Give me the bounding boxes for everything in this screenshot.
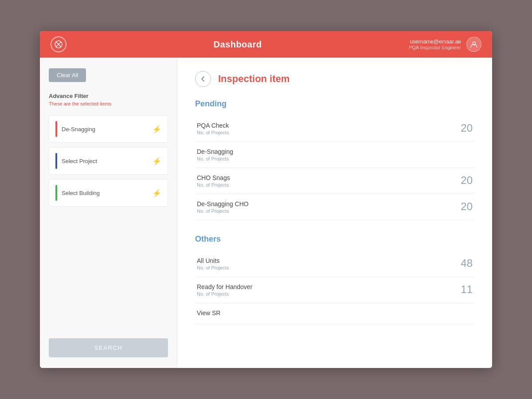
- sidebar: Clear All Advance Filter These are the s…: [40, 58, 177, 368]
- page-title: Inspection item: [218, 73, 289, 85]
- item-sub-de-snagging-cho: No. of Projects: [197, 208, 412, 214]
- content-header: Inspection item: [195, 71, 474, 87]
- item-count-de-snagging-cho: 20: [414, 194, 474, 220]
- filter-accent-select-project: [55, 153, 57, 169]
- filter-label-select-building: Select Building: [62, 190, 100, 196]
- table-row[interactable]: All Units No. of Projects 48: [195, 251, 474, 277]
- user-role: PQA Inspector Engineer: [409, 45, 461, 50]
- item-name-ready-handover: Ready for Handover: [197, 283, 415, 290]
- table-row[interactable]: PQA Check No. of Projects 20: [195, 116, 474, 142]
- item-count-all-units: 48: [417, 251, 474, 277]
- search-button[interactable]: SEARCH: [49, 338, 168, 357]
- content-area: Inspection item Pending PQA Check No. of…: [177, 58, 492, 368]
- table-row[interactable]: View SR: [195, 303, 474, 324]
- filter-accent-de-snagging: [55, 121, 57, 137]
- item-name-de-snagging: De-Snagging: [197, 148, 412, 155]
- section-title-others: Others: [195, 235, 474, 244]
- advance-filter-label: Advance Filter: [49, 93, 168, 99]
- item-name-de-snagging-cho: De-Snagging CHO: [197, 200, 412, 207]
- item-name-pqa-check: PQA Check: [197, 122, 412, 129]
- filter-label-select-project: Select Project: [62, 158, 97, 164]
- user-info: username@emaar.ae PQA Inspector Engineer: [409, 39, 461, 50]
- pending-table: PQA Check No. of Projects 20 De-Snagging…: [195, 116, 474, 220]
- item-sub-pqa-check: No. of Projects: [197, 130, 412, 135]
- table-row[interactable]: De-Snagging No. of Projects: [195, 142, 474, 168]
- filter-item-select-building[interactable]: Select Building ⚡: [49, 179, 168, 207]
- main-layout: Clear All Advance Filter These are the s…: [40, 58, 492, 368]
- item-count-cho-snags: 20: [414, 168, 474, 194]
- table-row[interactable]: De-Snagging CHO No. of Projects 20: [195, 194, 474, 220]
- header: Dashboard username@emaar.ae PQA Inspecto…: [40, 31, 492, 58]
- item-name-all-units: All Units: [197, 257, 415, 264]
- filter-item-select-project[interactable]: Select Project ⚡: [49, 147, 168, 175]
- item-sub-de-snagging: No. of Projects: [197, 156, 412, 161]
- table-row[interactable]: CHO Snags No. of Projects 20: [195, 168, 474, 194]
- bolt-icon-de-snagging: ⚡: [153, 125, 161, 133]
- filter-label-de-snagging: De-Snagging: [62, 126, 95, 133]
- item-count-pqa-check: 20: [414, 116, 474, 142]
- app-container: Dashboard username@emaar.ae PQA Inspecto…: [40, 31, 492, 368]
- item-name-cho-snags: CHO Snags: [197, 174, 412, 181]
- filter-item-de-snagging[interactable]: De-Snagging ⚡: [49, 115, 168, 143]
- item-count-de-snagging: [414, 142, 474, 168]
- user-avatar[interactable]: [466, 37, 481, 52]
- filter-accent-select-building: [55, 185, 57, 201]
- others-table: All Units No. of Projects 48 Ready for H…: [195, 251, 474, 324]
- user-email: username@emaar.ae: [409, 39, 461, 45]
- header-title: Dashboard: [214, 39, 262, 50]
- item-sub-cho-snags: No. of Projects: [197, 182, 412, 188]
- clear-all-button[interactable]: Clear All: [49, 68, 86, 82]
- item-sub-ready-handover: No. of Projects: [197, 291, 415, 297]
- item-sub-all-units: No. of Projects: [197, 265, 415, 270]
- bolt-icon-select-building: ⚡: [153, 189, 161, 197]
- back-button[interactable]: [195, 71, 211, 87]
- item-name-view-sr: View SR: [197, 309, 415, 317]
- header-user: username@emaar.ae PQA Inspector Engineer: [409, 37, 481, 52]
- app-logo: [51, 36, 66, 52]
- selected-items-label: These are the selected items: [49, 101, 168, 106]
- item-count-ready-handover: 11: [417, 277, 474, 303]
- table-row[interactable]: Ready for Handover No. of Projects 11: [195, 277, 474, 303]
- section-title-pending: Pending: [195, 99, 474, 109]
- bolt-icon-select-project: ⚡: [153, 157, 161, 165]
- item-count-view-sr: [417, 303, 474, 324]
